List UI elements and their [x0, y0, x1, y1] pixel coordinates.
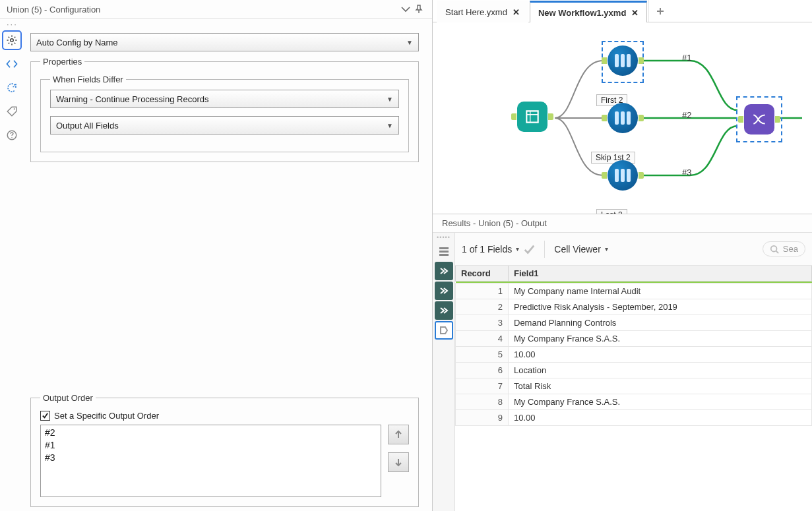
record-number: 9	[456, 410, 509, 426]
svg-rect-6	[439, 254, 449, 256]
node-label-last: Last 2	[596, 209, 627, 214]
union-mode-select[interactable]: Auto Config by Name ▼	[30, 33, 419, 51]
cell-viewer-label: Cell Viewer	[554, 244, 601, 255]
chevron-down-icon: ▾	[516, 245, 519, 253]
check-icon	[523, 243, 535, 255]
svg-point-7	[771, 245, 777, 251]
record-number: 6	[456, 363, 509, 378]
properties-fieldset: Properties When Fields Differ Warning - …	[30, 57, 419, 162]
right-pane: Start Here.yxmd ✕ New Workflow1.yxmd ✕	[433, 0, 812, 511]
record-number: 1	[456, 284, 509, 299]
chevron-down-icon: ▼	[387, 96, 393, 103]
cell-field1[interactable]: My Company name Internal Audit	[509, 284, 812, 299]
node-sample-last[interactable]	[608, 160, 638, 191]
cell-field1[interactable]: Total Risk	[509, 378, 812, 394]
move-down-button[interactable]	[388, 452, 409, 472]
svg-point-3	[11, 137, 13, 138]
chevron-down-icon: ▼	[406, 39, 413, 46]
order-item[interactable]: #3	[45, 452, 377, 464]
fields-dropdown[interactable]: 1 of 1 Fields ▾	[462, 243, 535, 255]
cell-field1[interactable]: Location	[509, 363, 812, 378]
svg-point-1	[14, 108, 15, 109]
move-up-button[interactable]	[388, 425, 409, 444]
fields-differ-fieldset: When Fields Differ Warning - Continue Pr…	[40, 75, 409, 152]
tag-icon[interactable]	[3, 103, 20, 120]
tab-new-workflow[interactable]: New Workflow1.yxmd ✕	[530, 1, 647, 22]
config-header: Union (5) - Configuration	[0, 0, 432, 19]
config-vertical-tabs	[0, 29, 24, 511]
cell-field1[interactable]: 10.00	[509, 410, 812, 426]
set-order-checkbox-row[interactable]: Set a Specific Output Order	[40, 411, 409, 421]
svg-rect-5	[439, 251, 449, 253]
cell-field1[interactable]: Predictive Risk Analysis - September, 20…	[509, 299, 812, 315]
chevron-down-icon: ▼	[387, 122, 393, 129]
table-row[interactable]: 6Location	[456, 363, 812, 378]
table-row[interactable]: 8My Company France S.A.S.	[456, 394, 812, 410]
record-number: 3	[456, 315, 509, 331]
results-search[interactable]: Sea	[763, 241, 805, 256]
search-placeholder: Sea	[783, 244, 798, 254]
tab-start-here[interactable]: Start Here.yxmd ✕	[437, 1, 528, 22]
collapse-icon[interactable]	[399, 3, 412, 16]
node-text-input[interactable]	[517, 102, 547, 132]
drag-grip[interactable]: ···	[0, 19, 432, 29]
cell-field1[interactable]: Demand Planning Controls	[509, 315, 812, 331]
table-row[interactable]: 2Predictive Risk Analysis - September, 2…	[456, 299, 812, 315]
help-icon[interactable]	[3, 127, 20, 144]
output-fields-value: Output All Fields	[56, 121, 119, 131]
svg-rect-4	[439, 247, 449, 249]
order-item[interactable]: #1	[45, 439, 377, 452]
order-item[interactable]: #2	[45, 427, 377, 439]
add-tab-button[interactable]	[648, 0, 671, 22]
close-icon[interactable]: ✕	[631, 8, 639, 18]
node-sample-skip[interactable]	[608, 103, 638, 133]
table-row[interactable]: 7Total Risk	[456, 378, 812, 394]
chevron-down-icon: ▾	[605, 245, 608, 253]
refresh-icon[interactable]	[3, 79, 20, 96]
table-row[interactable]: 3Demand Planning Controls	[456, 315, 812, 331]
edge-label: #1	[682, 53, 691, 63]
table-row[interactable]: 510.00	[456, 347, 812, 363]
results-title: Results - Union (5) - Output	[433, 214, 812, 233]
set-order-checkbox[interactable]	[40, 411, 50, 421]
cell-viewer-dropdown[interactable]: Cell Viewer ▾	[554, 244, 608, 255]
search-icon	[770, 245, 779, 254]
configuration-panel: Union (5) - Configuration ···	[0, 0, 433, 511]
results-view-all[interactable]	[435, 242, 453, 260]
output-order-legend: Output Order	[40, 393, 96, 403]
edge-label: #3	[682, 167, 691, 177]
output-order-listbox[interactable]: #2 #1 #3	[40, 425, 381, 497]
config-title: Union (5) - Configuration	[7, 5, 399, 15]
fields-differ-select[interactable]: Warning - Continue Processing Records ▼	[50, 90, 399, 108]
node-union[interactable]	[744, 104, 774, 135]
gear-icon[interactable]	[3, 32, 20, 49]
output-order-fieldset: Output Order Set a Specific Output Order…	[30, 393, 419, 507]
table-row[interactable]: 1My Company name Internal Audit	[456, 284, 812, 299]
results-output-anchor[interactable]	[435, 321, 453, 340]
results-tab-2[interactable]	[435, 282, 453, 300]
results-table: Record Field1 1My Company name Internal …	[455, 266, 812, 426]
record-number: 4	[456, 331, 509, 347]
cell-field1[interactable]: My Company France S.A.S.	[509, 394, 812, 410]
xml-icon[interactable]	[3, 55, 20, 73]
set-order-label: Set a Specific Output Order	[54, 411, 159, 421]
record-number: 7	[456, 378, 509, 394]
pin-icon[interactable]	[412, 3, 425, 16]
table-row[interactable]: 910.00	[456, 410, 812, 426]
workflow-tabs: Start Here.yxmd ✕ New Workflow1.yxmd ✕	[433, 0, 812, 22]
cell-field1[interactable]: My Company France S.A.S.	[509, 331, 812, 347]
node-sample-first[interactable]	[608, 45, 638, 76]
fields-differ-legend: When Fields Differ	[50, 75, 126, 84]
col-record[interactable]: Record	[456, 266, 509, 282]
tab-label: New Workflow1.yxmd	[538, 8, 626, 18]
output-fields-select[interactable]: Output All Fields ▼	[50, 116, 399, 135]
results-tab-1[interactable]	[435, 262, 453, 280]
cell-field1[interactable]: 10.00	[509, 347, 812, 363]
col-field1[interactable]: Field1	[509, 266, 812, 282]
record-number: 2	[456, 299, 509, 315]
table-row[interactable]: 4My Company France S.A.S.	[456, 331, 812, 347]
results-sidebar: •••••	[433, 233, 455, 511]
workflow-canvas[interactable]: First 2 Skip 1st 2 Last 2 #1 #2 #3	[433, 22, 812, 214]
close-icon[interactable]: ✕	[513, 7, 520, 17]
results-tab-3[interactable]	[435, 301, 453, 320]
